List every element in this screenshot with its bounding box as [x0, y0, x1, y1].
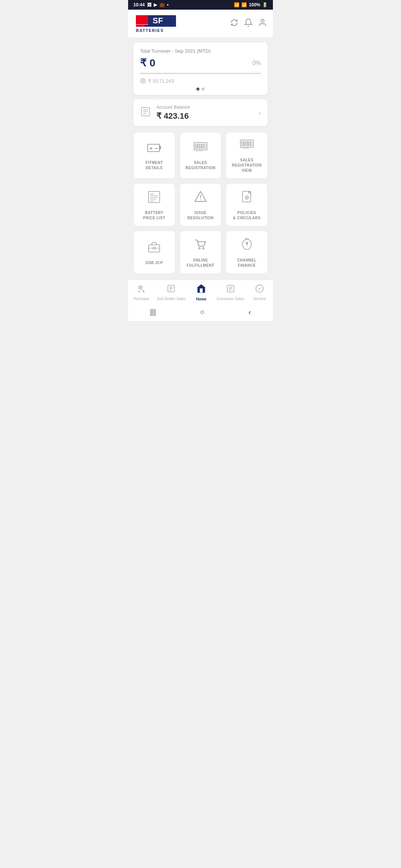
consumer-sales-icon	[226, 284, 235, 295]
app-header: SF BATTERIES	[128, 10, 273, 38]
svg-rect-57	[149, 245, 160, 252]
nav-sub-dealer-sales[interactable]: Sub Dealer Sales	[157, 284, 186, 301]
grid-row-1: FITMENTDETAILS 1 2 3 4 5	[133, 132, 268, 179]
grid-item-battery-price-list[interactable]: BATTERYPRICE LIST	[133, 183, 175, 226]
bottom-nav: Purchase Sub Dealer Sales Home	[128, 280, 273, 303]
logo: SF BATTERIES	[134, 13, 179, 34]
grid-item-issue-resolution[interactable]: ISSUERESOLUTION	[180, 183, 222, 226]
account-balance: ₹ 423.16	[156, 111, 190, 121]
consumer-sales-label: Consumer Sales	[217, 297, 244, 301]
progress-bar	[140, 73, 261, 74]
svg-point-66	[138, 291, 140, 292]
home-icon	[196, 284, 206, 296]
account-arrow[interactable]: ›	[258, 109, 261, 117]
cart-svg	[194, 238, 207, 251]
purchase-icon	[137, 284, 146, 295]
target-amount: ₹ 33,71,243	[148, 78, 174, 84]
service-icon	[255, 284, 264, 295]
barcode-view-svg: 1 2 3 4 5	[240, 139, 254, 151]
turnover-amount-row: ₹ 0 0%	[140, 57, 261, 69]
barcode-icon: 1 2 3 4 5	[193, 142, 208, 157]
svg-text:1 2 3 4 5: 1 2 3 4 5	[196, 150, 202, 152]
cart-icon	[194, 238, 207, 254]
account-left: Account Balance ₹ 423.16	[140, 105, 190, 121]
grid-item-sales-registration[interactable]: 1 2 3 4 5 SALESREGISTRATION	[180, 132, 222, 179]
purchase-label: Purchase	[134, 297, 149, 301]
moneybag-icon: ₹	[240, 238, 254, 254]
dot-1[interactable]	[196, 88, 199, 91]
nav-service[interactable]: Service	[248, 284, 271, 301]
battery-icon: 🔋	[262, 2, 268, 7]
svg-point-65	[143, 291, 144, 292]
refresh-icon[interactable]	[230, 18, 239, 29]
time: 10:44	[133, 2, 145, 7]
sub-dealer-icon	[167, 284, 176, 295]
grid-item-fitment-details[interactable]: FITMENTDETAILS	[133, 132, 175, 179]
header-icons	[230, 18, 267, 29]
account-icon	[140, 106, 151, 120]
sf-batteries-logo: SF BATTERIES	[134, 13, 179, 34]
user-icon[interactable]	[258, 18, 267, 29]
list-icon	[147, 190, 161, 207]
ledger-icon	[140, 106, 151, 117]
status-bar: 10:44 🖼 ▶ 💼 • 📶 📶 100% 🔋	[128, 0, 273, 10]
channel-finance-label: CHANNELFINANCE	[237, 258, 256, 268]
turnover-label: Total Turnover - Sep 2021 (MTD)	[140, 48, 261, 54]
svg-point-64	[140, 287, 141, 288]
fitment-details-label: FITMENTDETAILS	[146, 160, 163, 171]
warning-icon	[194, 190, 207, 207]
bell-icon[interactable]	[244, 18, 253, 29]
battery-percent: 100%	[249, 2, 260, 7]
warning-svg	[194, 190, 207, 204]
sub-dealer-sales-label: Sub Dealer Sales	[157, 297, 186, 301]
wifi-icon: 📶	[234, 2, 239, 7]
grid-item-online-fulfillment[interactable]: ONLINEFULFILLMENT	[180, 231, 222, 274]
nav-purchase[interactable]: Purchase	[130, 284, 153, 301]
barcode-svg: 1 2 3 4 5	[193, 142, 208, 154]
android-back[interactable]: ‹	[248, 308, 251, 316]
grid-item-dsr-jcp[interactable]: DSR JCP	[133, 231, 175, 274]
android-menu[interactable]: |||	[150, 308, 156, 316]
youtube-icon: ▶	[154, 2, 157, 7]
document-icon	[240, 190, 254, 207]
svg-text:SF: SF	[153, 16, 163, 25]
svg-point-9	[143, 80, 144, 82]
status-right: 📶 📶 100% 🔋	[234, 2, 268, 7]
online-fulfillment-label: ONLINEFULFILLMENT	[187, 258, 214, 268]
list-svg	[147, 190, 161, 204]
account-label: Account Balance	[156, 105, 190, 110]
battery-icon	[147, 142, 161, 157]
moneybag-svg: ₹	[240, 238, 254, 251]
svg-rect-14	[148, 144, 160, 152]
battery-price-list-label: BATTERYPRICE LIST	[143, 210, 165, 221]
nav-home[interactable]: Home	[190, 284, 212, 301]
grid-item-sales-registration-view[interactable]: 1 2 3 4 5 SALESREGISTRATIONVIEW	[226, 132, 268, 179]
grid-menu: FITMENTDETAILS 1 2 3 4 5	[128, 132, 273, 274]
briefcase-icon	[147, 240, 161, 257]
issue-resolution-label: ISSUERESOLUTION	[188, 210, 214, 221]
grid-item-channel-finance[interactable]: ₹ CHANNELFINANCE	[226, 231, 268, 274]
status-left: 10:44 🖼 ▶ 💼 •	[133, 2, 169, 7]
document-svg	[240, 190, 254, 204]
barcode-view-icon: 1 2 3 4 5	[240, 139, 254, 154]
svg-rect-4	[144, 25, 176, 27]
account-balance-card[interactable]: Account Balance ₹ 423.16 ›	[133, 99, 268, 126]
grid-item-policies-circulars[interactable]: POLICIES& CIRCULARS	[226, 183, 268, 226]
sales-registration-view-label: SALESREGISTRATIONVIEW	[232, 158, 262, 173]
turnover-card: Total Turnover - Sep 2021 (MTD) ₹ 0 0% ₹…	[133, 42, 268, 95]
dsr-jcp-label: DSR JCP	[146, 260, 163, 266]
android-home[interactable]: ○	[200, 308, 204, 316]
svg-point-61	[202, 247, 204, 249]
logo-block: SF BATTERIES	[134, 13, 179, 34]
dot-2[interactable]	[202, 88, 205, 91]
svg-point-63	[138, 286, 142, 289]
svg-text:₹: ₹	[245, 241, 248, 247]
home-label: Home	[196, 297, 206, 301]
turnover-percent: 0%	[252, 60, 261, 66]
carousel-dots	[140, 88, 261, 91]
sales-registration-label: SALESREGISTRATION	[186, 160, 216, 171]
target-icon	[140, 78, 146, 84]
svg-rect-15	[160, 146, 161, 149]
svg-text:BATTERIES: BATTERIES	[136, 28, 164, 33]
nav-consumer-sales[interactable]: Consumer Sales	[217, 284, 244, 301]
